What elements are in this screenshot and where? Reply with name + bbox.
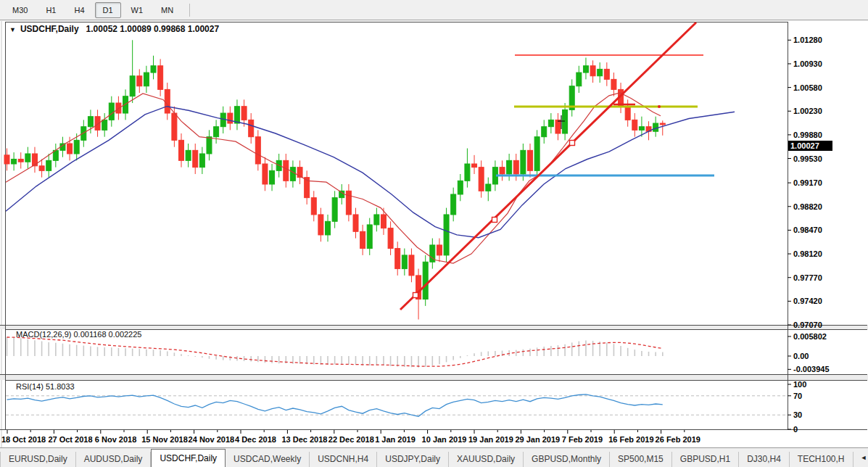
tab-dj30-h4[interactable]: DJ30,H4 [739, 452, 790, 467]
timeframe-button-h4[interactable]: H4 [66, 2, 92, 18]
price-tick-label: 0.98470 [793, 226, 822, 234]
tab-gbpusd-monthly[interactable]: GBPUSD,Monthly [524, 452, 610, 467]
tab-usdjpy-daily[interactable]: USDJPY,Daily [377, 452, 449, 467]
chart-tabs: EURUSD,DailyAUDUSD,DailyUSDCHF,DailyUSDC… [1, 449, 853, 467]
price-tick-label: 1.01280 [793, 36, 822, 44]
price-tick-label: 0.99170 [793, 178, 822, 187]
trendline-handle[interactable] [570, 141, 575, 146]
date-tick-label: 24 Nov 2018 [189, 435, 235, 444]
tab-sp500-m15[interactable]: SP500,M15 [610, 452, 672, 467]
tab-usdchf-daily[interactable]: USDCHF,Daily [151, 449, 226, 467]
timeframe-button-mn[interactable]: MN [153, 2, 181, 18]
symbol-dropdown-icon[interactable]: ▼ [9, 26, 16, 33]
price-tick-label: 0.98820 [793, 202, 822, 211]
timeframe-button-w1[interactable]: W1 [123, 2, 152, 18]
timeframe-button-m30[interactable]: M30 [4, 2, 36, 18]
tab-usdcnh-h4[interactable]: USDCNH,H4 [310, 452, 377, 467]
timeframe-button-h1[interactable]: H1 [38, 2, 64, 18]
chart-title-symbol: USDCHF,Daily [20, 24, 79, 34]
chart-tabs-bar: EURUSD,DailyAUDUSD,DailyUSDCHF,DailyUSDC… [0, 447, 868, 467]
macd-indicator-label: MACD(12,26,9) 0.001168 0.002225 [16, 330, 141, 339]
timeframe-toolbar: M30H1H4D1W1MN [0, 0, 868, 20]
candle [534, 130, 540, 177]
macd-tick-label: 0.005802 [793, 332, 827, 341]
rsi-tick-label: 100 [793, 380, 806, 389]
trendline-handle[interactable] [492, 218, 497, 223]
date-tick-label: 22 Dec 2018 [328, 435, 374, 444]
tab-tech100-h[interactable]: TECH100,H [790, 452, 853, 467]
date-tick-label: 27 Oct 2018 [48, 435, 92, 444]
date-tick-label: 10 Jan 2019 [422, 435, 467, 444]
date-tick-label: 7 Feb 2019 [562, 435, 603, 444]
current-price-badge: 1.00027 [788, 141, 832, 151]
macd-tick-label: -0.003945 [793, 365, 830, 373]
rsi-indicator-label: RSI(14) 51.8033 [16, 382, 75, 391]
tab-audusd-daily[interactable]: AUDUSD,Daily [76, 452, 152, 467]
date-tick-label: 13 Dec 2018 [281, 435, 327, 444]
chart-canvas[interactable]: 1.012801.009301.005801.002300.998800.995… [0, 21, 868, 448]
chart-window[interactable]: 1.012801.009301.005801.002300.998800.995… [0, 21, 868, 447]
price-tick-label: 1.00230 [793, 107, 822, 115]
rsi-tick-label: 30 [793, 410, 802, 419]
chart-title-ohlc: 1.00052 1.00089 0.99868 1.00027 [86, 24, 220, 34]
tabs-scroll-arrows: ◄ ► [853, 448, 868, 467]
date-tick-label: 6 Nov 2018 [95, 435, 136, 444]
date-tick-label: 29 Jan 2019 [515, 435, 560, 444]
red-dot-marker [658, 105, 661, 108]
timeframe-buttons: M30H1H4D1W1MN [4, 2, 183, 18]
price-tick-label: 1.00580 [793, 83, 822, 92]
toolbar-divider [189, 4, 190, 17]
price-tick-label: 0.99530 [793, 154, 822, 163]
date-tick-label: 26 Feb 2019 [656, 435, 700, 444]
chart-title: ▼USDCHF,Daily1.00052 1.00089 0.99868 1.0… [9, 24, 219, 34]
price-tick-label: 0.98120 [793, 249, 822, 258]
date-tick-label: 19 Jan 2019 [468, 435, 513, 444]
price-tick-label: 1.00930 [793, 59, 822, 68]
rsi-tick-label: 70 [793, 392, 802, 400]
date-tick-label: 18 Oct 2018 [1, 435, 46, 444]
tab-gbpusd-h1[interactable]: GBPUSD,H1 [672, 452, 739, 467]
tab-eurusd-daily[interactable]: EURUSD,Daily [1, 452, 76, 467]
rsi-tick-label: 0 [793, 425, 798, 434]
tab-usdcad-weekly[interactable]: USDCAD,Weekly [226, 452, 310, 467]
timeframe-button-d1[interactable]: D1 [95, 2, 121, 18]
date-tick-label: 1 Jan 2019 [375, 435, 416, 444]
tab-xauusd-daily[interactable]: XAUUSD,Daily [449, 452, 524, 467]
price-tick-label: 0.97770 [793, 273, 822, 282]
tabs-scroll-left-icon[interactable]: ◄ [861, 454, 867, 461]
macd-tick-label: 0.00 [793, 352, 809, 360]
candle [444, 208, 449, 263]
candle [423, 255, 428, 306]
price-tick-label: 0.97420 [793, 297, 822, 305]
price-tick-label: 0.99880 [793, 131, 822, 139]
price-tick-label: 0.97070 [793, 321, 822, 329]
date-tick-label: 4 Dec 2018 [235, 435, 276, 444]
date-tick-label: 15 Nov 2018 [141, 435, 188, 444]
date-tick-label: 16 Feb 2019 [608, 435, 653, 444]
trendline-handle[interactable] [413, 293, 418, 298]
